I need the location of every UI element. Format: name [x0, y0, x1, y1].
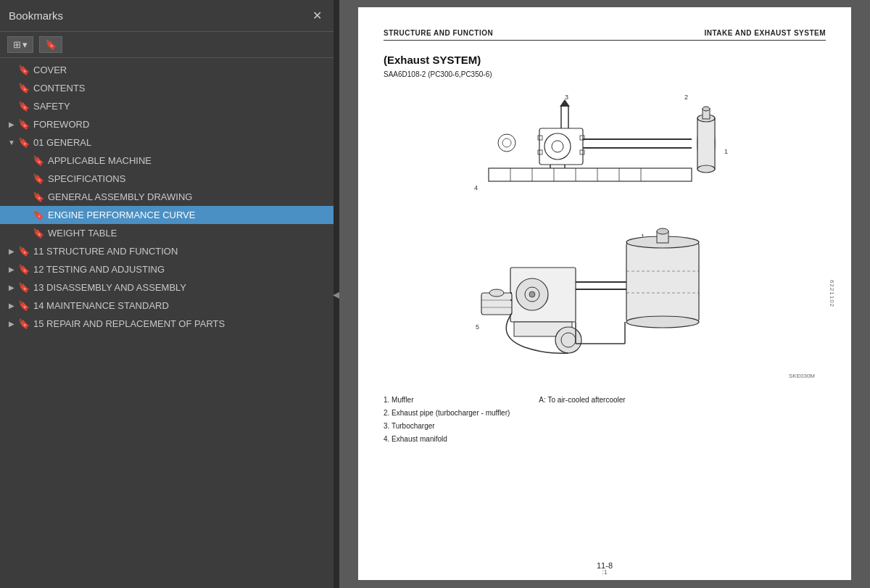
- svg-text:1: 1: [724, 148, 728, 155]
- bookmark-icon-cover: 🔖: [17, 65, 30, 75]
- bookmark-label-specifications: SPECIFICATIONS: [48, 173, 328, 184]
- svg-rect-18: [697, 118, 715, 169]
- bookmarks-panel: Bookmarks ✕ ⊞ ▾ 🔖 🔖COVER🔖CONTENTS🔖SAFETY…: [0, 0, 334, 588]
- bookmark-item-foreword[interactable]: ▶🔖FOREWORD: [0, 115, 334, 133]
- bookmark-item-cover[interactable]: 🔖COVER: [0, 61, 334, 79]
- svg-point-13: [544, 133, 571, 160]
- expand-arrow-foreword: ▶: [6, 120, 17, 128]
- bookmark-label-14-maintenance: 14 MAINTENANCE STANDARD: [33, 300, 328, 311]
- bookmark-tool-button[interactable]: 🔖: [39, 36, 62, 53]
- svg-point-50: [489, 289, 504, 297]
- bookmark-icon-weight-table: 🔖: [32, 228, 45, 239]
- top-exhaust-diagram: 3 2 4 1: [467, 88, 742, 219]
- doc-page: STRUCTURE AND FUNCTION INTAKE AND EXHAUS…: [358, 7, 851, 580]
- legend-item-4: 4. Exhaust manifold: [384, 433, 510, 446]
- svg-rect-29: [580, 150, 584, 154]
- svg-point-20: [697, 165, 715, 173]
- svg-text:5: 5: [476, 323, 479, 331]
- bookmark-label-12-testing: 12 TESTING AND ADJUSTING: [33, 264, 328, 275]
- legend-item-1: 1. Muffler: [384, 394, 510, 407]
- bookmark-label-11-structure: 11 STRUCTURE AND FUNCTION: [33, 246, 328, 257]
- expand-arrow-13-disassembly: ▶: [6, 283, 17, 291]
- section-title: (Exhaust SYSTEM): [384, 54, 826, 66]
- expand-all-button[interactable]: ⊞ ▾: [7, 36, 33, 53]
- bookmark-label-13-disassembly: 13 DISASSEMBLY AND ASSEMBLY: [33, 282, 328, 293]
- bookmark-item-15-repair[interactable]: ▶🔖15 REPAIR AND REPLACEMENT OF PARTS: [0, 315, 334, 333]
- bookmark-icon-general-assembly: 🔖: [32, 191, 45, 202]
- bookmark-item-engine-perf[interactable]: 🔖ENGINE PERFORMANCE CURVE: [0, 206, 334, 224]
- svg-point-22: [703, 107, 710, 111]
- bookmark-item-general-assembly[interactable]: 🔖GENERAL ASSEMBLY DRAWING: [0, 188, 334, 206]
- bookmark-item-01-general[interactable]: ▼🔖01 GENERAL: [0, 133, 334, 152]
- svg-text:3: 3: [565, 94, 568, 101]
- ske-label: SKE030M: [789, 373, 815, 379]
- diagram-area: 3 2 4 1: [384, 88, 826, 379]
- bookmark-icon-contents: 🔖: [17, 83, 30, 94]
- bookmark-icon-12-testing: 🔖: [17, 264, 30, 275]
- bookmarks-header: Bookmarks ✕: [0, 0, 334, 32]
- svg-rect-36: [626, 242, 699, 322]
- expand-dropdown-icon: ▾: [22, 39, 28, 50]
- top-diagram-row: 3 2 4 1: [384, 88, 826, 219]
- legend-item-3: 3. Turbocharger: [384, 420, 510, 433]
- bookmark-icon-safety: 🔖: [17, 101, 30, 112]
- svg-rect-4: [489, 168, 692, 181]
- bottom-exhaust-diagram: 1 5: [467, 228, 742, 373]
- svg-point-38: [626, 316, 699, 328]
- page-side-label: 6221102: [828, 280, 834, 307]
- bookmark-label-cover: COVER: [33, 65, 328, 75]
- svg-text:4: 4: [474, 184, 478, 191]
- bookmark-icon-11-structure: 🔖: [17, 246, 30, 257]
- bookmark-item-13-disassembly[interactable]: ▶🔖13 DISASSEMBLY AND ASSEMBLY: [0, 278, 334, 297]
- close-button[interactable]: ✕: [310, 7, 325, 24]
- bookmark-label-weight-table: WEIGHT TABLE: [48, 228, 328, 239]
- bookmark-item-contents[interactable]: 🔖CONTENTS: [0, 79, 334, 97]
- bookmark-icon-applicable-machine: 🔖: [32, 155, 45, 166]
- panel-divider[interactable]: ◀: [334, 0, 339, 588]
- bookmark-icon-13-disassembly: 🔖: [17, 282, 30, 293]
- svg-rect-26: [538, 136, 542, 140]
- bookmarks-title: Bookmarks: [9, 9, 63, 22]
- doc-header-left: STRUCTURE AND FUNCTION: [384, 29, 493, 37]
- bookmark-icon-foreword: 🔖: [17, 119, 30, 130]
- bookmark-item-12-testing[interactable]: ▶🔖12 TESTING AND ADJUSTING: [0, 260, 334, 278]
- bookmark-icon-specifications: 🔖: [32, 173, 45, 184]
- svg-point-33: [502, 138, 511, 147]
- legend-item-2: 2. Exhaust pipe (turbocharger - muffler): [384, 407, 510, 420]
- doc-panel: STRUCTURE AND FUNCTION INTAKE AND EXHAUS…: [339, 0, 870, 588]
- expand-arrow-14-maintenance: ▶: [6, 302, 17, 310]
- bookmark-item-applicable-machine[interactable]: 🔖APPLICABLE MACHINE: [0, 152, 334, 170]
- bookmark-item-safety[interactable]: 🔖SAFETY: [0, 97, 334, 115]
- header-toolbar: ✕: [310, 7, 325, 24]
- bookmark-item-11-structure[interactable]: ▶🔖11 STRUCTURE AND FUNCTION: [0, 242, 334, 260]
- bookmark-item-weight-table[interactable]: 🔖WEIGHT TABLE: [0, 224, 334, 242]
- doc-header-right: INTAKE AND EXHAUST SYSTEM: [704, 29, 826, 37]
- bookmark-icon-engine-perf: 🔖: [32, 210, 45, 220]
- svg-point-32: [498, 134, 515, 152]
- bookmarks-list: 🔖COVER🔖CONTENTS🔖SAFETY▶🔖FOREWORD▼🔖01 GEN…: [0, 58, 334, 588]
- bookmark-label-foreword: FOREWORD: [33, 119, 328, 130]
- bookmark-label-15-repair: 15 REPAIR AND REPLACEMENT OF PARTS: [33, 318, 328, 329]
- svg-point-40: [657, 228, 668, 234]
- grid-icon: ⊞: [13, 39, 21, 50]
- bookmark-icon: 🔖: [45, 39, 57, 50]
- expand-arrow-12-testing: ▶: [6, 265, 17, 273]
- bookmark-label-contents: CONTENTS: [33, 83, 328, 94]
- page-sub: :1: [602, 568, 608, 576]
- doc-subtitle: SAA6D108-2 (PC300-6,PC350-6): [384, 70, 826, 78]
- expand-arrow-11-structure: ▶: [6, 247, 17, 255]
- legend-right: A: To air-cooled aftercooler: [539, 394, 625, 446]
- bookmark-label-01-general: 01 GENERAL: [33, 137, 328, 148]
- bookmark-item-14-maintenance[interactable]: ▶🔖14 MAINTENANCE STANDARD: [0, 297, 334, 315]
- svg-rect-27: [538, 150, 542, 154]
- bookmark-label-engine-perf: ENGINE PERFORMANCE CURVE: [48, 210, 328, 220]
- bookmark-item-specifications[interactable]: 🔖SPECIFICATIONS: [0, 170, 334, 188]
- bookmarks-toolbar: ⊞ ▾ 🔖: [0, 32, 334, 58]
- svg-point-14: [552, 141, 563, 152]
- bookmark-icon-15-repair: 🔖: [17, 318, 30, 329]
- svg-point-48: [529, 291, 535, 297]
- svg-text:2: 2: [684, 94, 688, 101]
- bookmark-label-general-assembly: GENERAL ASSEMBLY DRAWING: [48, 191, 328, 202]
- bookmark-icon-01-general: 🔖: [17, 137, 30, 148]
- bookmark-icon-14-maintenance: 🔖: [17, 300, 30, 311]
